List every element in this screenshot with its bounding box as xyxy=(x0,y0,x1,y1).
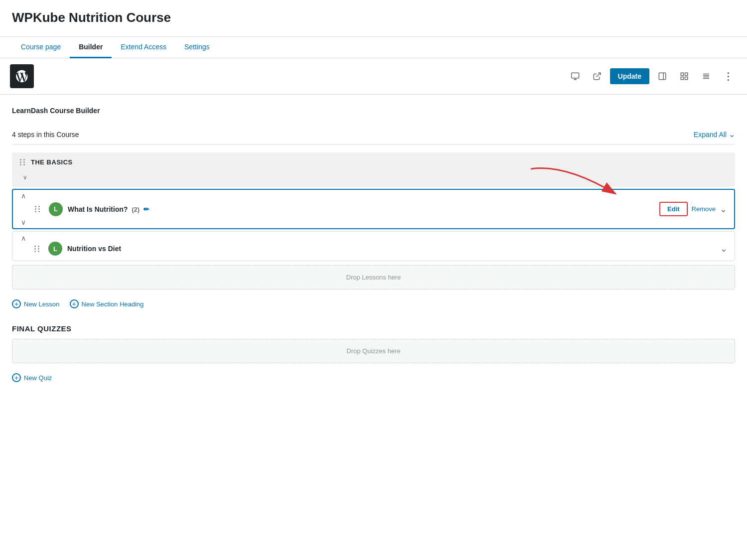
lesson-row-what-is-nutrition: L What Is Nutrition? (2) ✏ Edit Remove ⌄ xyxy=(12,189,735,229)
tab-extend-access[interactable]: Extend Access xyxy=(112,37,175,58)
builder-section: LearnDash Course Builder 4 steps in this… xyxy=(0,95,747,400)
steps-count: 4 steps in this Course xyxy=(12,131,79,139)
svg-rect-5 xyxy=(659,73,666,80)
panels-icon-btn[interactable] xyxy=(653,67,671,85)
svg-rect-10 xyxy=(685,77,688,80)
external-link-icon xyxy=(593,72,602,81)
lesson-row-nutrition-vs-diet: L Nutrition vs Diet ⌄ xyxy=(12,231,735,261)
lesson-down-chevron-nutrition[interactable]: ∨ xyxy=(20,217,27,227)
section-block-basics: THE BASICS ∨ xyxy=(12,152,735,187)
tab-builder[interactable]: Builder xyxy=(70,37,112,58)
new-quiz-button[interactable]: + New Quiz xyxy=(12,373,52,382)
svg-rect-9 xyxy=(681,77,683,80)
drop-quizzes-zone: Drop Quizzes here xyxy=(12,339,735,363)
svg-rect-7 xyxy=(681,73,683,75)
new-quiz-plus-icon: + xyxy=(12,373,21,382)
new-section-heading-button[interactable]: + New Section Heading xyxy=(70,299,144,308)
lesson-icon-diet: L xyxy=(48,242,62,256)
lesson-icon-nutrition: L xyxy=(49,202,63,216)
lesson-actions-nutrition: Edit Remove ⌄ xyxy=(659,202,727,216)
expand-all-chevron-icon: ⌄ xyxy=(729,130,735,139)
page-title: WPKube Nutrition Course xyxy=(12,10,735,25)
section-title-basics: THE BASICS xyxy=(31,158,727,166)
drop-lessons-zone: Drop Lessons here xyxy=(12,265,735,289)
wordpress-icon xyxy=(15,69,29,83)
expand-all-btn[interactable]: Expand All ⌄ xyxy=(694,130,735,139)
template-icon xyxy=(680,72,689,81)
section-header-basics: THE BASICS xyxy=(12,152,735,172)
view-icon-btn[interactable] xyxy=(566,67,584,85)
final-quizzes-title: FINAL QUIZZES xyxy=(12,324,735,333)
page-header: WPKube Nutrition Course xyxy=(0,0,747,37)
toolbar-left xyxy=(10,64,34,88)
final-quizzes-section: FINAL QUIZZES Drop Quizzes here + New Qu… xyxy=(12,324,735,388)
lesson-remove-button[interactable]: Remove xyxy=(692,205,716,213)
tabs-bar: Course page Builder Extend Access Settin… xyxy=(0,37,747,58)
lesson-up-chevron-diet[interactable]: ∧ xyxy=(20,233,27,243)
svg-rect-1 xyxy=(571,73,579,78)
wp-logo xyxy=(10,64,34,88)
section-collapse-btn[interactable]: ∨ xyxy=(20,173,30,182)
desktop-icon xyxy=(571,72,580,81)
update-button[interactable]: Update xyxy=(610,68,649,84)
tab-course-page[interactable]: Course page xyxy=(12,37,70,58)
page-wrapper: WPKube Nutrition Course Course page Buil… xyxy=(0,0,747,400)
external-link-btn[interactable] xyxy=(588,67,606,85)
panels-icon xyxy=(658,72,667,81)
lesson-edit-button[interactable]: Edit xyxy=(659,202,688,216)
lesson-title-diet: Nutrition vs Diet xyxy=(67,245,715,253)
add-quiz-row: + New Quiz xyxy=(12,367,735,388)
svg-line-4 xyxy=(596,73,600,77)
lesson-title-nutrition: What Is Nutrition? (2) ✏ xyxy=(68,205,654,213)
svg-rect-8 xyxy=(685,73,688,75)
new-section-plus-icon: + xyxy=(70,299,79,308)
more-options-btn[interactable]: ⋮ xyxy=(719,67,737,85)
lesson-drag-handle-nutrition[interactable] xyxy=(35,206,41,212)
lesson-pencil-icon[interactable]: ✏ xyxy=(143,205,149,213)
format-icon xyxy=(702,72,711,81)
toolbar-right: Update ⋮ xyxy=(566,67,737,85)
strikethrough-icon-btn[interactable] xyxy=(697,67,715,85)
new-lesson-button[interactable]: + New Lesson xyxy=(12,299,60,308)
tab-settings[interactable]: Settings xyxy=(175,37,219,58)
add-buttons-row: + New Lesson + New Section Heading xyxy=(12,293,735,314)
lesson-wrapper-diet: ∧ L Nutrition vs Diet xyxy=(12,231,735,261)
lesson-up-chevron-nutrition[interactable]: ∧ xyxy=(20,191,27,201)
builder-title: LearnDash Course Builder xyxy=(12,107,735,115)
lesson-expand-icon[interactable]: ⌄ xyxy=(720,204,727,215)
section-drag-handle[interactable] xyxy=(20,159,26,165)
drag-dots xyxy=(20,159,26,165)
template-icon-btn[interactable] xyxy=(675,67,693,85)
lesson-actions-diet: ⌄ xyxy=(720,243,728,254)
toolbar: Update ⋮ xyxy=(0,58,747,95)
new-lesson-plus-icon: + xyxy=(12,299,21,308)
lesson-drag-handle-diet[interactable] xyxy=(34,246,40,252)
lesson-expand-icon-diet[interactable]: ⌄ xyxy=(720,243,728,254)
lesson-count-nutrition: (2) xyxy=(131,206,139,213)
section-collapse-row: ∨ xyxy=(12,172,735,187)
steps-header: 4 steps in this Course Expand All ⌄ xyxy=(12,125,735,144)
lesson-wrapper-nutrition: ∧ L What Is Nutrition? xyxy=(12,189,735,229)
more-options-icon: ⋮ xyxy=(723,71,733,81)
